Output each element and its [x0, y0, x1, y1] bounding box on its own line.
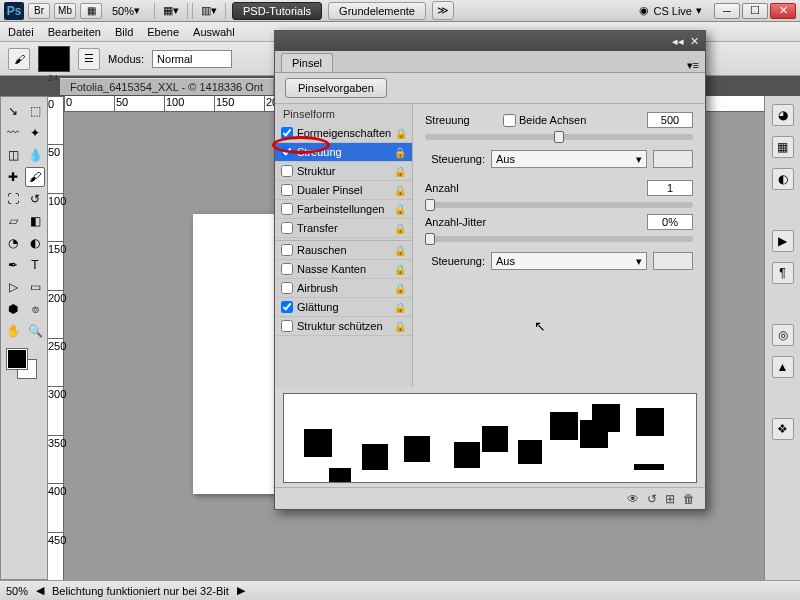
minimize-button[interactable]: ─	[714, 3, 740, 19]
new-preset-icon[interactable]: ⊞	[665, 492, 675, 506]
control1-extra[interactable]	[653, 150, 693, 168]
trash-icon[interactable]: 🗑	[683, 492, 695, 506]
eraser-tool[interactable]: ▱	[3, 211, 23, 231]
brush-preset-swatch[interactable]	[38, 46, 70, 72]
option-checkbox[interactable]	[281, 146, 293, 158]
pen-tool[interactable]: ✒	[3, 255, 23, 275]
close-panel-icon[interactable]: ✕	[690, 35, 699, 48]
brush-option-transfer[interactable]: Transfer🔒	[275, 219, 412, 238]
option-checkbox[interactable]	[281, 184, 293, 196]
menu-bild[interactable]: Bild	[115, 26, 133, 38]
brush-option-struktur-schützen[interactable]: Struktur schützen🔒	[275, 317, 412, 336]
control2-extra[interactable]	[653, 252, 693, 270]
adjustments-panel-icon[interactable]: ◐	[772, 168, 794, 190]
pinselform-header[interactable]: Pinselform	[275, 104, 412, 124]
actions-panel-icon[interactable]: ▶	[772, 230, 794, 252]
lock-icon[interactable]: 🔒	[394, 223, 406, 234]
move-tool[interactable]: ↘	[3, 101, 23, 121]
brush-tool[interactable]: 🖌	[25, 167, 45, 187]
brush-option-nasse-kanten[interactable]: Nasse Kanten🔒	[275, 260, 412, 279]
brush-option-rauschen[interactable]: Rauschen🔒	[275, 240, 412, 260]
lock-icon[interactable]: 🔒	[394, 147, 406, 158]
menu-ebene[interactable]: Ebene	[147, 26, 179, 38]
brush-option-airbrush[interactable]: Airbrush🔒	[275, 279, 412, 298]
jitter-value[interactable]: 0%	[647, 214, 693, 230]
zoom-tool[interactable]: 🔍	[25, 321, 45, 341]
count-value[interactable]: 1	[647, 180, 693, 196]
brush-option-dualer-pinsel[interactable]: Dualer Pinsel🔒	[275, 181, 412, 200]
lock-icon[interactable]: 🔒	[394, 204, 406, 215]
jitter-slider[interactable]	[425, 236, 693, 242]
info-panel-icon[interactable]: ▲	[772, 356, 794, 378]
zoom-select[interactable]: 50% ▾	[108, 3, 150, 19]
brush-option-glättung[interactable]: Glättung🔒	[275, 298, 412, 317]
lock-icon[interactable]: 🔒	[394, 302, 406, 313]
cslive-button[interactable]: ◉CS Live▾	[633, 4, 708, 17]
camera-tool[interactable]: ⌾	[25, 299, 45, 319]
collapse-icon[interactable]: ◂◂	[672, 35, 684, 48]
brush-option-streuung[interactable]: Streuung🔒	[275, 143, 412, 162]
gradient-tool[interactable]: ◧	[25, 211, 45, 231]
workspace-more-button[interactable]: ≫	[432, 1, 454, 20]
brush-panel-toggle[interactable]: ☰	[78, 48, 100, 70]
option-checkbox[interactable]	[281, 165, 293, 177]
brush-option-formeigenschaften[interactable]: Formeigenschaften🔒	[275, 124, 412, 143]
path-select-tool[interactable]: ▷	[3, 277, 23, 297]
option-checkbox[interactable]	[281, 244, 293, 256]
close-button[interactable]: ✕	[770, 3, 796, 19]
option-checkbox[interactable]	[281, 320, 293, 332]
brush-tool-icon[interactable]: 🖌	[8, 48, 30, 70]
panel-menu-icon[interactable]: ▾≡	[681, 59, 705, 72]
pinsel-panel-titlebar[interactable]: ◂◂✕	[275, 31, 705, 51]
lock-icon[interactable]: 🔒	[394, 264, 406, 275]
blur-tool[interactable]: ◔	[3, 233, 23, 253]
menu-auswahl[interactable]: Auswahl	[193, 26, 235, 38]
healing-tool[interactable]: ✚	[3, 167, 23, 187]
3d-tool[interactable]: ⬢	[3, 299, 23, 319]
document-tab[interactable]: Fotolia_6415354_XXL - © 1418336 Ont	[60, 78, 274, 95]
option-checkbox[interactable]	[281, 263, 293, 275]
lasso-tool[interactable]: 〰	[3, 123, 23, 143]
view-preset-button[interactable]: ▦▾	[154, 3, 188, 19]
brush-presets-button[interactable]: Pinselvorgaben	[285, 78, 387, 98]
control1-select[interactable]: Aus▾	[491, 150, 647, 168]
scatter-slider[interactable]	[425, 134, 693, 140]
color-panel-icon[interactable]: ◕	[772, 104, 794, 126]
option-checkbox[interactable]	[281, 203, 293, 215]
lock-icon[interactable]: 🔒	[394, 283, 406, 294]
swatches-panel-icon[interactable]: ▦	[772, 136, 794, 158]
lock-icon[interactable]: 🔒	[394, 166, 406, 177]
pinsel-tab[interactable]: Pinsel	[281, 53, 333, 72]
marquee-tool[interactable]: ⬚	[25, 101, 45, 121]
control2-select[interactable]: Aus▾	[491, 252, 647, 270]
history-brush-tool[interactable]: ↺	[25, 189, 45, 209]
fg-swatch[interactable]	[7, 349, 27, 369]
brush-option-farbeinstellungen[interactable]: Farbeinstellungen🔒	[275, 200, 412, 219]
option-checkbox[interactable]	[281, 127, 293, 139]
color-swatches[interactable]	[3, 347, 45, 383]
workspace-tab-grundelemente[interactable]: Grundelemente	[328, 2, 426, 20]
crop-tool[interactable]: ◫	[3, 145, 23, 165]
dodge-tool[interactable]: ◐	[25, 233, 45, 253]
lock-icon[interactable]: 🔒	[394, 321, 406, 332]
wand-tool[interactable]: ✦	[25, 123, 45, 143]
layers-panel-icon[interactable]: ❖	[772, 418, 794, 440]
shape-tool[interactable]: ▭	[25, 277, 45, 297]
both-axes-checkbox[interactable]	[503, 114, 516, 127]
arrange-button[interactable]: ▥▾	[192, 3, 226, 19]
toggle-preview-icon[interactable]: 👁	[627, 492, 639, 506]
lock-icon[interactable]: 🔒	[394, 185, 406, 196]
hand-tool[interactable]: ✋	[3, 321, 23, 341]
navigator-panel-icon[interactable]: ◎	[772, 324, 794, 346]
maximize-button[interactable]: ☐	[742, 3, 768, 19]
option-checkbox[interactable]	[281, 222, 293, 234]
mb-button[interactable]: Mb	[54, 3, 76, 19]
lock-icon[interactable]: 🔒	[395, 128, 407, 139]
stamp-tool[interactable]: ⛶	[3, 189, 23, 209]
paragraph-panel-icon[interactable]: ¶	[772, 262, 794, 284]
count-slider[interactable]	[425, 202, 693, 208]
eyedropper-tool[interactable]: 💧	[25, 145, 45, 165]
lock-icon[interactable]: 🔒	[394, 245, 406, 256]
type-tool[interactable]: T	[25, 255, 45, 275]
brush-option-struktur[interactable]: Struktur🔒	[275, 162, 412, 181]
